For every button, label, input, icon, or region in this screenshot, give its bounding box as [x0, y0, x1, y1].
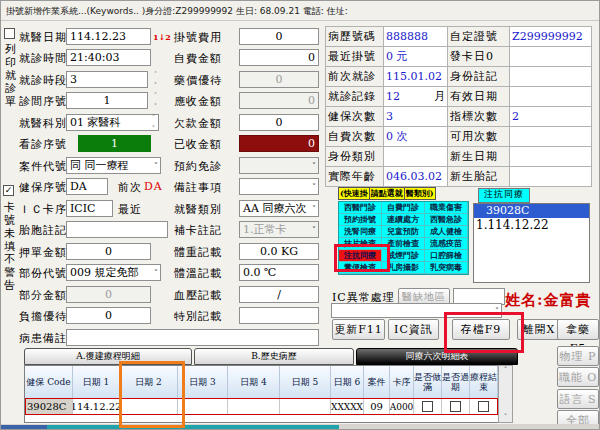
- list-item-selected[interactable]: 39028C: [474, 204, 589, 218]
- quick-cell[interactable]: 職業傷害: [425, 202, 468, 214]
- visit-record-value: 12: [386, 90, 400, 103]
- spinner-down-icon[interactable]: ˅: [151, 82, 160, 88]
- blood-pressure-field[interactable]: /: [239, 286, 319, 303]
- received-field[interactable]: 0: [239, 135, 319, 152]
- ic-seq-field[interactable]: ICIC: [66, 200, 113, 217]
- physical-therapy-button[interactable]: 物理 P: [557, 346, 599, 366]
- quick-cell[interactable]: 口腔篩檢: [425, 250, 468, 262]
- appt-free-label: 預約免診: [174, 159, 222, 174]
- copay-code-combo[interactable]: 009 規定免部˅: [66, 264, 161, 281]
- quick-cell[interactable]: 連續處方: [382, 214, 425, 226]
- chevron-down-icon[interactable]: ˅: [154, 269, 158, 277]
- temperature-label: 體溫記載: [174, 266, 222, 281]
- weight-field[interactable]: 0.0 KG: [239, 243, 319, 260]
- arrears-field[interactable]: 0: [239, 114, 319, 131]
- deposit-label: 押單金額: [19, 245, 67, 260]
- seq-field[interactable]: 1: [78, 135, 151, 152]
- quick-cell[interactable]: 成人健檢: [425, 226, 468, 238]
- chevron-down-icon[interactable]: ˅: [312, 205, 316, 213]
- dept-combo-spinner[interactable]: ˄˅: [149, 114, 158, 131]
- chevron-down-icon[interactable]: ˅: [154, 162, 158, 170]
- spinner-up-icon[interactable]: ˄: [151, 71, 160, 77]
- room-no-label: 診間序號: [19, 94, 67, 109]
- part-amount-field[interactable]: 0: [66, 286, 151, 303]
- case-code-combo[interactable]: 同 同一療程˅: [66, 157, 161, 174]
- visit-type-combo[interactable]: AA 同療六次˅: [239, 200, 319, 217]
- info-label: 最近掛號: [326, 47, 384, 67]
- spinner-up-icon[interactable]: ˄: [149, 114, 158, 120]
- special-note-label: 特別記載: [174, 309, 222, 324]
- session-field[interactable]: 3: [66, 71, 148, 88]
- table-cell-date5: [280, 398, 331, 415]
- info-label: 指標次數: [448, 107, 510, 127]
- quick-cell[interactable]: 乳突病毒: [425, 262, 468, 274]
- quick-cell[interactable]: 流感疫苗: [425, 238, 468, 250]
- quick-cell[interactable]: 西醫急診: [425, 214, 468, 226]
- room-spinner[interactable]: ˄˅: [151, 92, 160, 109]
- scroll-up-icon[interactable]: ˄: [504, 366, 508, 375]
- info-value: 115.01.02: [384, 67, 448, 87]
- info-value: [510, 127, 592, 147]
- occupational-therapy-button[interactable]: 職能 O: [557, 367, 599, 387]
- expired-checkbox: [450, 401, 461, 412]
- visit-time-field[interactable]: 21:40:03: [66, 49, 151, 66]
- quick-header-segment: 醫類別): [404, 187, 436, 200]
- burden-discount-field[interactable]: 0: [66, 307, 151, 324]
- room-no-field[interactable]: 1: [66, 92, 148, 109]
- visit-date-field[interactable]: 114.12.23: [66, 28, 151, 45]
- table-row[interactable]: 39028C 114.12.22 XXXXX 09 A000: [25, 398, 498, 415]
- table-header-cell: 療程結束: [470, 366, 498, 398]
- drug-discount-field[interactable]: 0: [239, 71, 319, 88]
- date-badge-icon[interactable]: 1↓2: [153, 32, 171, 42]
- patient-name: 姓名:金富貴: [505, 291, 592, 310]
- receivable-field[interactable]: 0: [239, 92, 319, 109]
- info-value: 0 次: [384, 127, 448, 147]
- speech-therapy-button[interactable]: 語言 S: [557, 389, 599, 409]
- nhi-seq-field[interactable]: DA: [66, 178, 108, 195]
- therapy-listbox[interactable]: 39028C 1.114.12.22: [473, 203, 590, 283]
- special-note-field[interactable]: [239, 307, 319, 324]
- full-checkbox: [422, 401, 433, 412]
- quick-cell[interactable]: 自費門診: [382, 202, 425, 214]
- quick-cell[interactable]: 洗腎同療: [339, 226, 382, 238]
- update-button[interactable]: 更新F11: [332, 319, 385, 340]
- spinner-down-icon[interactable]: ˅: [149, 125, 158, 131]
- quick-cell[interactable]: 預約掛號: [339, 214, 382, 226]
- info-value: 3: [384, 107, 448, 127]
- tab-history[interactable]: B.歷史病歷: [194, 348, 354, 365]
- card-note-combo[interactable]: 1.正常卡˅: [239, 221, 319, 238]
- visit-date-label: 就醫日期: [19, 30, 67, 45]
- chevron-down-icon[interactable]: ˅: [312, 162, 316, 170]
- card-warn-checkbox[interactable]: ✓: [3, 185, 14, 196]
- quick-cell[interactable]: 兒童預防: [382, 226, 425, 238]
- appt-free-combo[interactable]: ˅: [239, 157, 319, 174]
- session-spinner[interactable]: ˄˅: [151, 71, 160, 88]
- table-cell-case: 09: [364, 398, 390, 415]
- info-label: 可用次數: [448, 127, 510, 147]
- deposit-field[interactable]: 0: [66, 243, 151, 260]
- spinner-up-icon[interactable]: ˄: [151, 92, 160, 98]
- list-item[interactable]: 1.114.12.22: [474, 218, 589, 233]
- temperature-field[interactable]: 0.0 ℃: [239, 264, 319, 281]
- spinner-down-icon[interactable]: ˅: [151, 103, 160, 109]
- quick-cell[interactable]: 西醫門診: [339, 202, 382, 214]
- info-label: 有效日期: [448, 87, 510, 107]
- patient-note-field[interactable]: [66, 329, 319, 346]
- print-slip-checkbox[interactable]: [4, 28, 15, 39]
- table-cell-code: 39028C: [25, 398, 73, 415]
- get-medicine-button[interactable]: 拿藥 F5: [557, 319, 599, 340]
- reg-fee-field[interactable]: 0: [239, 28, 319, 45]
- twin-note-field[interactable]: [66, 221, 168, 238]
- dept-combo[interactable]: 01 家醫科: [66, 114, 159, 131]
- info-value: 888888: [384, 27, 448, 47]
- scroll-down-icon[interactable]: ˅: [504, 413, 508, 422]
- annotation-box-quick-cell: [334, 244, 390, 272]
- chevron-down-icon[interactable]: ˅: [312, 183, 316, 191]
- self-pay-field[interactable]: 0: [239, 49, 319, 66]
- note-item-combo[interactable]: ˅: [239, 178, 319, 195]
- ic-info-button[interactable]: IC資訊: [388, 319, 439, 340]
- table-scrollbar[interactable]: ˄ ˅: [498, 365, 513, 423]
- chevron-down-icon[interactable]: ˅: [312, 226, 316, 234]
- info-label: 身份類別: [326, 147, 384, 167]
- info-label: 病歷號碼: [326, 27, 384, 47]
